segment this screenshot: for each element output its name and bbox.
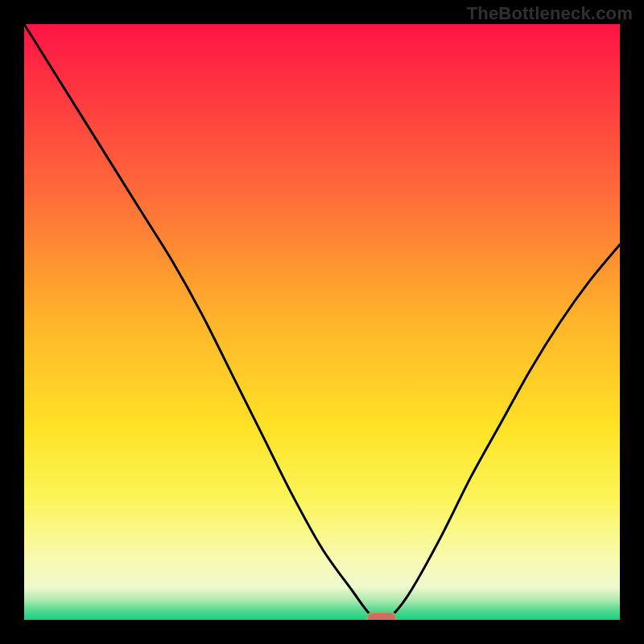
bottleneck-chart — [0, 0, 644, 644]
watermark-text: TheBottleneck.com — [467, 3, 633, 24]
chart-stage: TheBottleneck.com — [0, 0, 644, 644]
gradient-panel — [24, 24, 620, 620]
